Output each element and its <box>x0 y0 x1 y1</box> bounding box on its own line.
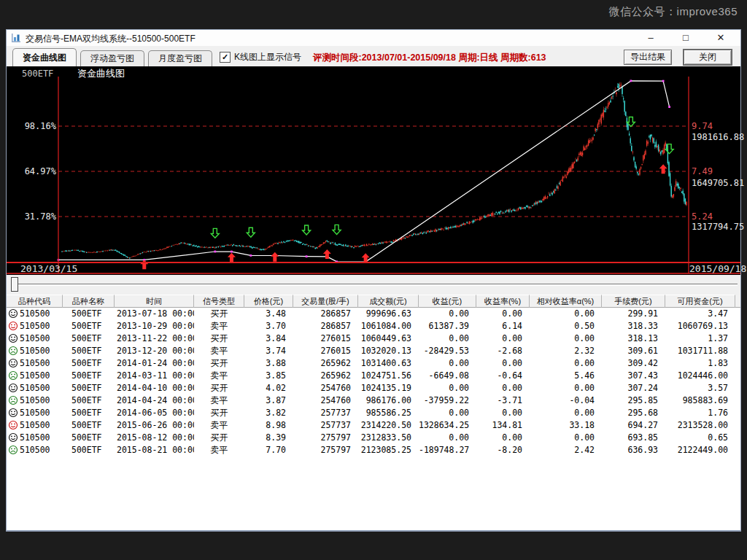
table-cell: -37959.22 <box>419 394 476 407</box>
table-cell: 1060769.13 <box>665 320 735 332</box>
table-cell: 1024135.19 <box>358 382 419 394</box>
table-cell: 3.85 <box>244 370 293 382</box>
symbol-code-cell: 510500 <box>7 345 63 357</box>
table-cell: 买开 <box>194 308 244 320</box>
close-button[interactable]: ✕ <box>709 31 732 45</box>
column-header[interactable]: 相对收益率α(%) <box>530 295 602 308</box>
table-cell: 999696.63 <box>358 308 419 320</box>
wechat-watermark: 微信公众号：improve365 <box>609 5 738 19</box>
table-cell: 0.00 <box>476 432 530 444</box>
column-header[interactable]: 可用资金(元) <box>665 295 735 308</box>
table-cell: 0.00 <box>419 308 476 320</box>
equity-axis-tick: 1649705.81 <box>692 178 744 188</box>
symbol-code-cell: 510500 <box>7 432 63 444</box>
column-header[interactable]: 收益(元) <box>419 295 476 308</box>
table-row[interactable]: 510500500ETF2013-07-18 00:00买开3.48286857… <box>7 308 740 320</box>
y-axis-percent-tick: 98.16% <box>7 121 56 131</box>
bar-chart-app-icon <box>10 32 22 44</box>
checkbox-label: K线图上显示信号 <box>234 51 301 63</box>
table-cell: 309.61 <box>602 345 665 357</box>
equity-axis-tick: 1981616.88 <box>692 132 744 142</box>
tab-floating-pnl[interactable]: 浮动盈亏图 <box>80 50 144 66</box>
table-cell: 2014-04-10 00:00 <box>115 382 194 394</box>
column-header[interactable]: 成交额(元) <box>358 295 419 308</box>
tab-equity-curve[interactable]: 资金曲线图 <box>12 48 77 66</box>
buy-signal-arrow <box>362 253 370 262</box>
table-cell: 1031400.63 <box>358 357 419 370</box>
minimize-button[interactable]: – <box>639 31 662 45</box>
table-cell: 2013-07-18 00:00 <box>115 308 194 320</box>
table-cell: 卖平 <box>194 370 244 382</box>
checkbox-checked-icon[interactable]: ✓ <box>220 52 231 63</box>
table-cell: 500ETF <box>63 419 115 432</box>
tab-monthly-pnl[interactable]: 月度盈亏图 <box>148 50 212 66</box>
table-row[interactable]: 510500500ETF2013-12-20 00:00卖平3.74276015… <box>7 345 740 357</box>
table-cell: 2014-03-11 00:00 <box>115 370 194 382</box>
loss-face-icon <box>8 370 18 381</box>
table-cell: 1.76 <box>665 407 735 419</box>
toolbar: 资金曲线图 浮动盈亏图 月度盈亏图 ✓ K线图上显示信号 评测时间段:2013/… <box>7 46 740 66</box>
table-cell: 2312833.50 <box>358 432 419 444</box>
table-cell: -2.68 <box>476 345 530 357</box>
table-cell: 500ETF <box>63 320 115 332</box>
column-header[interactable]: 收益率(%) <box>476 295 530 308</box>
buy-signal-arrow <box>659 164 667 174</box>
table-cell: 2013-10-29 00:00 <box>115 320 194 332</box>
win-face-icon <box>8 420 18 430</box>
table-cell: 3.88 <box>244 357 293 370</box>
column-header[interactable]: 交易量(股/手) <box>293 295 358 308</box>
column-header[interactable]: 品种代码 <box>7 295 63 308</box>
table-cell: 0.00 <box>530 407 602 419</box>
table-cell: 2014-04-24 00:00 <box>115 394 194 407</box>
x-axis-end-date: 2015/09/18 <box>689 263 746 274</box>
scrollbar-track[interactable] <box>11 284 738 286</box>
equity-axis-tick: 1317794.75 <box>692 222 744 232</box>
table-row[interactable]: 510500500ETF2014-01-24 00:00买开3.88265962… <box>7 357 740 370</box>
table-cell: 2015-08-12 00:00 <box>115 432 194 444</box>
chart-canvas <box>7 66 740 275</box>
table-cell: 0.00 <box>476 407 530 419</box>
column-header[interactable]: 价格(元) <box>244 295 293 308</box>
table-cell: 3.48 <box>244 308 293 320</box>
table-row[interactable]: 510500500ETF2014-06-05 00:00买开3.82257737… <box>7 407 740 419</box>
table-row[interactable]: 510500500ETF2015-08-12 00:00买开8.39275797… <box>7 432 740 444</box>
price-axis-tick: 5.24 <box>692 211 713 222</box>
close-panel-button[interactable]: 关闭 <box>684 50 732 65</box>
table-row[interactable]: 510500500ETF2015-08-21 00:00卖平7.70275797… <box>7 444 740 456</box>
buy-face-icon <box>8 383 18 393</box>
buy-face-icon <box>8 333 18 343</box>
table-row[interactable]: 510500500ETF2014-04-10 00:00买开4.02254760… <box>7 382 740 394</box>
table-row[interactable]: 510500500ETF2013-11-22 00:00买开3.84276015… <box>7 332 740 345</box>
table-cell: 134.81 <box>476 419 530 432</box>
table-cell: 275797 <box>293 432 358 444</box>
maximize-button[interactable]: □ <box>674 31 697 45</box>
table-cell: 买开 <box>194 357 244 370</box>
title-bar: 交易信号-EMA双均线系统--510500-500ETF – □ ✕ <box>7 30 740 46</box>
table-cell: 0.00 <box>476 357 530 370</box>
table-cell: 0.00 <box>419 357 476 370</box>
column-header[interactable]: 时间 <box>115 295 194 308</box>
table-cell: 1060449.63 <box>358 332 419 345</box>
chart-title: 资金曲线图 <box>77 67 125 80</box>
equity-vertex-dot <box>662 80 665 82</box>
table-cell: 318.13 <box>602 332 665 345</box>
table-cell: 2013-12-20 00:00 <box>115 345 194 357</box>
symbol-code-cell: 510500 <box>7 320 63 332</box>
table-cell: 5.46 <box>530 370 602 382</box>
scrollbar-thumb[interactable] <box>11 277 18 292</box>
table-cell: 0.00 <box>476 308 530 320</box>
table-row[interactable]: 510500500ETF2015-06-26 00:00卖平8.98257737… <box>7 419 740 432</box>
table-header-row: 品种代码品种名称时间信号类型价格(元)交易量(股/手)成交额(元)收益(元)收益… <box>7 295 740 308</box>
table-cell: 500ETF <box>63 382 115 394</box>
y-axis-percent-tick: 64.97% <box>7 166 56 176</box>
column-header[interactable]: 手续费(元) <box>602 295 665 308</box>
column-header[interactable]: 信号类型 <box>194 295 244 308</box>
table-row[interactable]: 510500500ETF2014-04-24 00:00卖平3.87254760… <box>7 394 740 407</box>
table-cell: 2015-06-26 00:00 <box>115 419 194 432</box>
table-row[interactable]: 510500500ETF2014-03-11 00:00卖平3.85265962… <box>7 370 740 382</box>
table-row[interactable]: 510500500ETF2013-10-29 00:00卖平3.70286857… <box>7 320 740 332</box>
column-header[interactable]: 品种名称 <box>63 295 115 308</box>
export-results-button[interactable]: 导出结果 <box>624 50 672 65</box>
table-cell: 265962 <box>293 357 358 370</box>
horizontal-scrollbar <box>7 275 740 295</box>
